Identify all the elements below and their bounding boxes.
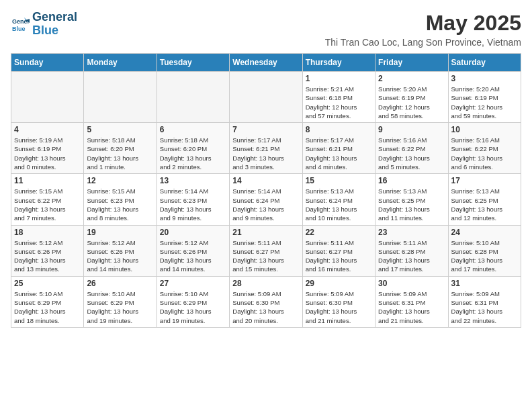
calendar-week-4: 18Sunrise: 5:12 AM Sunset: 6:26 PM Dayli…: [11, 225, 521, 276]
day-info: Sunrise: 5:11 AM Sunset: 6:28 PM Dayligh…: [378, 238, 445, 274]
day-info: Sunrise: 5:10 AM Sunset: 6:28 PM Dayligh…: [451, 238, 518, 274]
logo: General Blue General Blue: [11, 11, 77, 38]
day-number: 8: [306, 125, 372, 134]
day-number: 27: [160, 279, 226, 288]
calendar-cell: 23Sunrise: 5:11 AM Sunset: 6:28 PM Dayli…: [375, 225, 448, 276]
svg-text:General: General: [12, 18, 30, 25]
calendar-header-row: SundayMondayTuesdayWednesdayThursdayFrid…: [11, 54, 521, 72]
day-info: Sunrise: 5:10 AM Sunset: 6:29 PM Dayligh…: [87, 289, 153, 325]
day-number: 28: [232, 279, 299, 288]
calendar-cell: 9Sunrise: 5:16 AM Sunset: 6:22 PM Daylig…: [375, 123, 448, 174]
day-info: Sunrise: 5:16 AM Sunset: 6:22 PM Dayligh…: [378, 136, 445, 171]
calendar-cell: [157, 72, 229, 123]
day-info: Sunrise: 5:12 AM Sunset: 6:26 PM Dayligh…: [14, 238, 81, 274]
day-number: 17: [451, 176, 518, 185]
calendar-cell: 2Sunrise: 5:20 AM Sunset: 6:19 PM Daylig…: [375, 72, 448, 123]
day-number: 1: [306, 74, 372, 83]
calendar-cell: 30Sunrise: 5:09 AM Sunset: 6:31 PM Dayli…: [375, 276, 448, 327]
day-number: 22: [306, 228, 372, 237]
day-info: Sunrise: 5:15 AM Sunset: 6:22 PM Dayligh…: [14, 187, 81, 222]
calendar-cell: [84, 72, 157, 123]
day-number: 6: [160, 125, 226, 134]
page-header: General Blue General Blue May 2025 Thi T…: [11, 11, 521, 48]
calendar-week-1: 1Sunrise: 5:21 AM Sunset: 6:18 PM Daylig…: [11, 72, 521, 123]
day-info: Sunrise: 5:13 AM Sunset: 6:25 PM Dayligh…: [378, 187, 445, 222]
calendar-cell: 11Sunrise: 5:15 AM Sunset: 6:22 PM Dayli…: [11, 174, 84, 225]
calendar-header-friday: Friday: [375, 54, 448, 72]
day-number: 31: [451, 279, 518, 288]
day-info: Sunrise: 5:17 AM Sunset: 6:21 PM Dayligh…: [306, 136, 372, 171]
calendar-cell: 25Sunrise: 5:10 AM Sunset: 6:29 PM Dayli…: [11, 276, 84, 327]
day-number: 15: [306, 176, 372, 185]
day-info: Sunrise: 5:11 AM Sunset: 6:27 PM Dayligh…: [232, 238, 299, 274]
day-info: Sunrise: 5:12 AM Sunset: 6:26 PM Dayligh…: [87, 238, 153, 274]
calendar-cell: 1Sunrise: 5:21 AM Sunset: 6:18 PM Daylig…: [302, 72, 375, 123]
day-info: Sunrise: 5:18 AM Sunset: 6:20 PM Dayligh…: [160, 136, 226, 171]
day-number: 16: [378, 176, 445, 185]
calendar-cell: 15Sunrise: 5:13 AM Sunset: 6:24 PM Dayli…: [302, 174, 375, 225]
calendar-cell: 7Sunrise: 5:17 AM Sunset: 6:21 PM Daylig…: [230, 123, 302, 174]
day-number: 13: [160, 176, 226, 185]
calendar-cell: 5Sunrise: 5:18 AM Sunset: 6:20 PM Daylig…: [84, 123, 157, 174]
day-info: Sunrise: 5:14 AM Sunset: 6:24 PM Dayligh…: [232, 187, 299, 222]
day-number: 18: [14, 228, 81, 237]
day-number: 9: [378, 125, 445, 134]
day-info: Sunrise: 5:15 AM Sunset: 6:23 PM Dayligh…: [87, 187, 153, 222]
calendar-cell: 14Sunrise: 5:14 AM Sunset: 6:24 PM Dayli…: [230, 174, 302, 225]
calendar-cell: 18Sunrise: 5:12 AM Sunset: 6:26 PM Dayli…: [11, 225, 84, 276]
day-number: 23: [378, 228, 445, 237]
day-info: Sunrise: 5:11 AM Sunset: 6:27 PM Dayligh…: [306, 238, 372, 274]
day-number: 14: [232, 176, 299, 185]
day-number: 10: [451, 125, 518, 134]
calendar-week-5: 25Sunrise: 5:10 AM Sunset: 6:29 PM Dayli…: [11, 276, 521, 327]
logo-icon: General Blue: [11, 15, 30, 34]
day-number: 21: [232, 228, 299, 237]
calendar-header-sunday: Sunday: [11, 54, 84, 72]
calendar-cell: [230, 72, 302, 123]
day-number: 2: [378, 74, 445, 83]
calendar-table: SundayMondayTuesdayWednesdayThursdayFrid…: [11, 53, 521, 328]
calendar-cell: 13Sunrise: 5:14 AM Sunset: 6:23 PM Dayli…: [157, 174, 229, 225]
calendar-cell: 6Sunrise: 5:18 AM Sunset: 6:20 PM Daylig…: [157, 123, 229, 174]
day-number: 12: [87, 176, 153, 185]
calendar-cell: 28Sunrise: 5:09 AM Sunset: 6:30 PM Dayli…: [230, 276, 302, 327]
day-number: 20: [160, 228, 226, 237]
day-number: 30: [378, 279, 445, 288]
calendar-cell: 27Sunrise: 5:10 AM Sunset: 6:29 PM Dayli…: [157, 276, 229, 327]
calendar-cell: 3Sunrise: 5:20 AM Sunset: 6:19 PM Daylig…: [448, 72, 521, 123]
day-info: Sunrise: 5:09 AM Sunset: 6:30 PM Dayligh…: [232, 289, 299, 325]
day-number: 7: [232, 125, 299, 134]
day-info: Sunrise: 5:10 AM Sunset: 6:29 PM Dayligh…: [160, 289, 226, 325]
main-title: May 2025: [325, 11, 521, 36]
calendar-cell: 24Sunrise: 5:10 AM Sunset: 6:28 PM Dayli…: [448, 225, 521, 276]
day-number: 24: [451, 228, 518, 237]
calendar-week-3: 11Sunrise: 5:15 AM Sunset: 6:22 PM Dayli…: [11, 174, 521, 225]
svg-text:Blue: Blue: [12, 26, 26, 32]
calendar-cell: 12Sunrise: 5:15 AM Sunset: 6:23 PM Dayli…: [84, 174, 157, 225]
calendar-header-thursday: Thursday: [302, 54, 375, 72]
day-info: Sunrise: 5:19 AM Sunset: 6:19 PM Dayligh…: [14, 136, 81, 171]
day-info: Sunrise: 5:20 AM Sunset: 6:19 PM Dayligh…: [451, 85, 518, 120]
day-info: Sunrise: 5:13 AM Sunset: 6:24 PM Dayligh…: [306, 187, 372, 222]
day-info: Sunrise: 5:14 AM Sunset: 6:23 PM Dayligh…: [160, 187, 226, 222]
day-info: Sunrise: 5:09 AM Sunset: 6:31 PM Dayligh…: [378, 289, 445, 325]
day-info: Sunrise: 5:10 AM Sunset: 6:29 PM Dayligh…: [14, 289, 81, 325]
subtitle: Thi Tran Cao Loc, Lang Son Province, Vie…: [325, 37, 521, 48]
day-number: 4: [14, 125, 81, 134]
day-info: Sunrise: 5:21 AM Sunset: 6:18 PM Dayligh…: [306, 85, 372, 120]
day-number: 11: [14, 176, 81, 185]
calendar-cell: 19Sunrise: 5:12 AM Sunset: 6:26 PM Dayli…: [84, 225, 157, 276]
calendar-header-wednesday: Wednesday: [230, 54, 302, 72]
calendar-header-saturday: Saturday: [448, 54, 521, 72]
day-info: Sunrise: 5:16 AM Sunset: 6:22 PM Dayligh…: [451, 136, 518, 171]
calendar-cell: 29Sunrise: 5:09 AM Sunset: 6:30 PM Dayli…: [302, 276, 375, 327]
calendar-cell: 20Sunrise: 5:12 AM Sunset: 6:26 PM Dayli…: [157, 225, 229, 276]
calendar-week-2: 4Sunrise: 5:19 AM Sunset: 6:19 PM Daylig…: [11, 123, 521, 174]
day-number: 5: [87, 125, 153, 134]
calendar-header-monday: Monday: [84, 54, 157, 72]
day-number: 25: [14, 279, 81, 288]
logo-text: General Blue: [32, 11, 77, 38]
calendar-cell: 31Sunrise: 5:09 AM Sunset: 6:31 PM Dayli…: [448, 276, 521, 327]
calendar-cell: 21Sunrise: 5:11 AM Sunset: 6:27 PM Dayli…: [230, 225, 302, 276]
day-number: 29: [306, 279, 372, 288]
